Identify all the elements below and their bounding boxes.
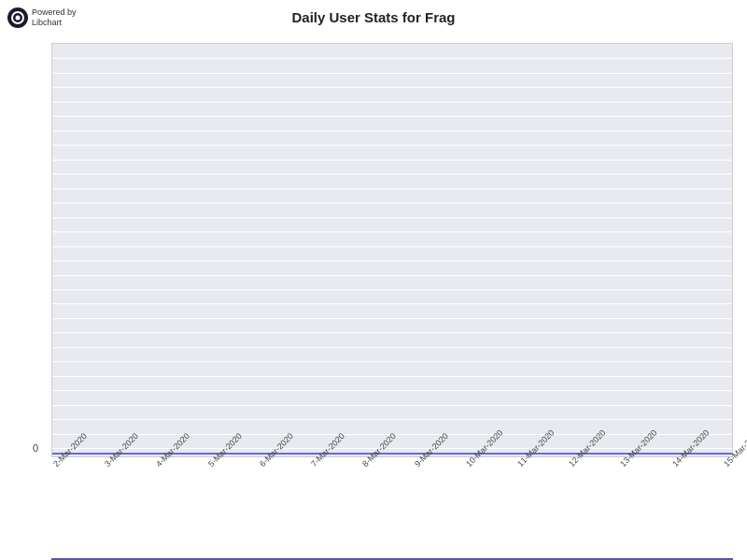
x-axis-label-wrap: 3-Mar-2020 [103,462,114,471]
x-axis-label-wrap: 11-Mar-2020 [515,462,527,471]
chart-container: Powered by Libchart Daily User Stats for… [0,0,747,560]
x-axis-label-wrap: 13-Mar-2020 [618,462,629,471]
chart-plot-area [51,43,733,457]
x-axis-label-wrap: 14-Mar-2020 [670,462,682,471]
x-axis-label-wrap: 4-Mar-2020 [154,462,165,471]
x-axis-label-wrap: 6-Mar-2020 [258,462,269,471]
x-axis-label-wrap: 2-Mar-2020 [51,462,63,471]
chart-title: Daily User Stats for Frag [0,9,747,25]
x-axis-label-wrap: 7-Mar-2020 [309,462,320,471]
x-axis-label-wrap: 5-Mar-2020 [206,462,218,471]
y-axis-label-0: 0 [33,442,38,454]
x-axis-label-wrap: 12-Mar-2020 [567,462,578,471]
x-axis: 2-Mar-20203-Mar-20204-Mar-20205-Mar-2020… [51,457,733,555]
x-axis-label-wrap: 8-Mar-2020 [360,462,372,471]
x-axis-label-wrap: 15-Mar-2020 [722,462,733,471]
x-axis-label-wrap: 9-Mar-2020 [413,462,424,471]
x-axis-label-wrap: 10-Mar-2020 [464,462,475,471]
